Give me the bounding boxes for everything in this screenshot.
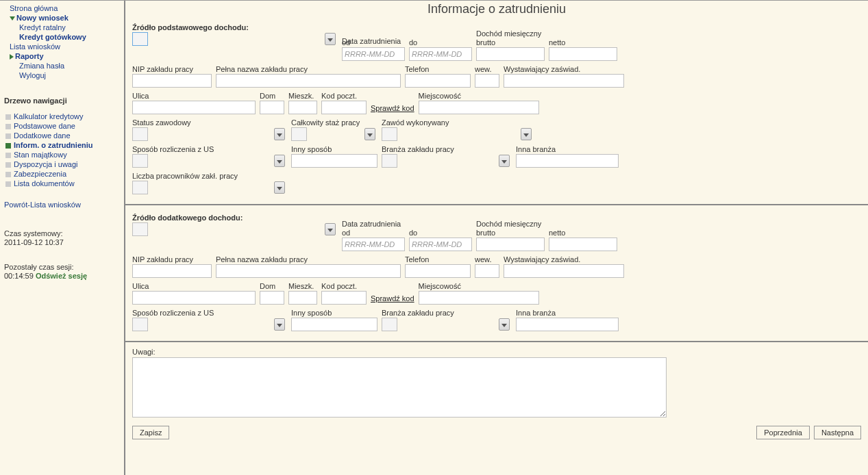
tree-item-2[interactable]: Dodatkowe dane (4, 131, 120, 140)
primary-industry-select[interactable] (382, 154, 397, 168)
primary-profession-select[interactable] (382, 127, 397, 141)
notes-section: Uwagi: (132, 348, 861, 419)
ext-label: wew. (475, 65, 499, 73)
next-button[interactable]: Następna (814, 426, 861, 439)
additional-source-select[interactable] (132, 222, 148, 236)
primary-other-method-input[interactable] (291, 154, 377, 168)
primary-gross-input[interactable] (476, 47, 545, 61)
additional-cert-issuer-input[interactable] (504, 264, 624, 278)
primary-employer-nip-input[interactable] (132, 74, 212, 88)
additional-date-to-input[interactable] (409, 238, 472, 251)
bullet-icon (5, 143, 11, 149)
prev-button[interactable]: Poprzednia (756, 426, 810, 439)
other-method-label: Inny sposób (291, 145, 377, 153)
primary-postcode-input[interactable] (321, 101, 367, 114)
primary-net-input[interactable] (549, 47, 617, 61)
primary-house-input[interactable] (260, 101, 284, 114)
chevron-right-icon (10, 54, 14, 60)
city-label: Miejscowość (419, 92, 539, 100)
profession-label: Zawód wykonywany (382, 118, 534, 127)
primary-street-input[interactable] (132, 101, 256, 114)
nav-cash-loan[interactable]: Kredyt gotówkowy (4, 32, 120, 42)
seniority-label: Całkowity staż pracy (291, 118, 377, 127)
bullet-icon (5, 114, 11, 120)
add-net-label: netto (549, 229, 617, 237)
bullet-icon (5, 172, 11, 177)
date-to-label: do (409, 38, 472, 47)
nav-tree: Kalkulator kredytowyPodstawowe daneDodat… (4, 112, 120, 188)
session-remaining-value: 00:14:59 (4, 272, 34, 280)
tree-item-label: Zabezpieczenia (14, 170, 66, 178)
tree-item-label: Kalkulator kredytowy (14, 112, 84, 120)
primary-phone-input[interactable] (405, 74, 471, 88)
notes-label: Uwagi: (132, 348, 861, 356)
nav-installment-loan[interactable]: Kredyt ratalny (4, 23, 120, 32)
additional-income-section: Źródło dodatkowego dochodu: Data zatrudn… (132, 211, 861, 331)
back-to-list-link[interactable]: Powrót-Lista wniosków (4, 201, 120, 209)
additional-tax-settlement-select[interactable] (132, 318, 148, 331)
sidebar: Strona główna Nowy wniosek Kredyt rataln… (0, 1, 125, 475)
tree-item-5[interactable]: Dyspozycja i uwagi (4, 159, 120, 169)
additional-ext-input[interactable] (475, 264, 499, 278)
bullet-icon (5, 153, 11, 158)
primary-city-input[interactable] (419, 101, 539, 114)
add-employer-name-label: Pełna nazwa zakładu pracy (216, 255, 401, 264)
add-employer-nip-label: NIP zakładu pracy (132, 255, 212, 264)
primary-source-select[interactable] (132, 32, 148, 46)
additional-flat-input[interactable] (288, 291, 317, 305)
primary-flat-input[interactable] (288, 101, 317, 114)
nav-new-application[interactable]: Nowy wniosek (4, 13, 120, 23)
additional-gross-input[interactable] (476, 238, 545, 251)
additional-industry-select[interactable] (382, 318, 397, 331)
tree-item-4[interactable]: Stan majątkowy (4, 150, 120, 159)
bullet-icon (5, 124, 11, 129)
additional-postcode-input[interactable] (321, 291, 367, 305)
primary-seniority-select[interactable] (291, 127, 307, 141)
primary-tax-settlement-select[interactable] (132, 154, 148, 168)
nav-logout[interactable]: Wyloguj (4, 70, 120, 80)
tree-item-7[interactable]: Lista dokumentów (4, 179, 120, 188)
tree-item-3[interactable]: Inform. o zatrudnieniu (4, 140, 120, 150)
notes-textarea[interactable] (132, 357, 667, 418)
primary-prof-status-select[interactable] (132, 127, 148, 141)
industry-label: Branża zakładu pracy (382, 145, 512, 153)
add-phone-label: Telefon (405, 255, 471, 264)
primary-other-industry-input[interactable] (516, 154, 619, 168)
add-flat-label: Mieszk. (288, 282, 317, 290)
additional-check-postcode-link[interactable]: Sprawdź kod (371, 294, 414, 305)
primary-date-from-input[interactable] (342, 47, 405, 61)
flat-label: Mieszk. (288, 92, 317, 100)
save-button[interactable]: Zapisz (132, 426, 169, 439)
add-other-industry-label: Inna branża (516, 309, 619, 317)
additional-phone-input[interactable] (405, 264, 471, 278)
primary-employer-name-input[interactable] (216, 74, 401, 88)
tree-item-1[interactable]: Podstawowe dane (4, 121, 120, 131)
nav-change-password[interactable]: Zmiana hasła (4, 61, 120, 70)
primary-check-postcode-link[interactable]: Sprawdź kod (371, 104, 414, 114)
tax-settlement-label: Sposób rozliczenia z US (132, 145, 287, 153)
chevron-down-icon (10, 16, 15, 21)
additional-house-input[interactable] (260, 291, 284, 305)
refresh-session-link[interactable]: Odśwież sesję (36, 272, 87, 280)
postcode-label: Kod poczt. (321, 92, 367, 100)
add-monthly-income-label: Dochód miesięczny (476, 220, 545, 228)
nav-reports[interactable]: Raporty (4, 51, 120, 61)
primary-date-to-input[interactable] (409, 47, 472, 61)
additional-date-from-input[interactable] (342, 238, 405, 251)
nav-home[interactable]: Strona główna (4, 3, 120, 13)
primary-employee-count-select[interactable] (132, 181, 148, 194)
additional-employer-name-input[interactable] (216, 264, 401, 278)
additional-net-input[interactable] (549, 238, 617, 251)
page-title: Informacje o zatrudnieniu (132, 2, 861, 16)
additional-employer-nip-input[interactable] (132, 264, 212, 278)
additional-street-input[interactable] (132, 291, 256, 305)
additional-other-method-input[interactable] (291, 318, 377, 331)
primary-cert-issuer-input[interactable] (504, 74, 624, 88)
tree-item-6[interactable]: Zabezpieczenia (4, 169, 120, 179)
tree-item-0[interactable]: Kalkulator kredytowy (4, 112, 120, 121)
primary-ext-input[interactable] (475, 74, 499, 88)
bullet-icon (5, 181, 11, 187)
additional-city-input[interactable] (419, 291, 539, 305)
nav-application-list[interactable]: Lista wniosków (4, 42, 120, 51)
additional-other-industry-input[interactable] (516, 318, 619, 331)
